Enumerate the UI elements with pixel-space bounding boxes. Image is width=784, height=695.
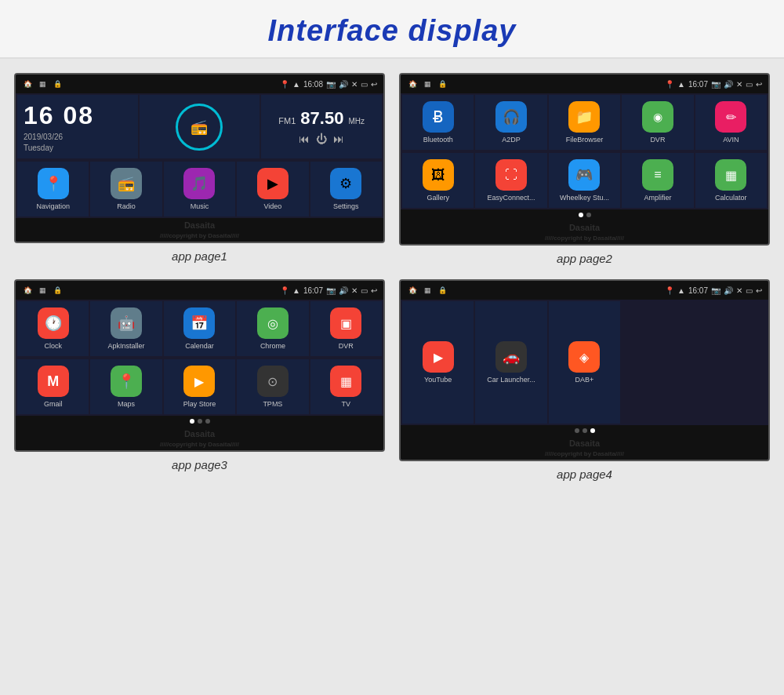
app-navigation[interactable]: 📍 Navigation — [17, 162, 89, 217]
status-bar-3: 🏠 ▦ 🔒 📍 ▲ 16:07 📷 🔊 ✕ ▭ ↩ — [16, 281, 383, 300]
app-gallery[interactable]: 🖼 Gallery — [402, 153, 474, 208]
screen-icon-3: ▭ — [361, 286, 368, 295]
empty-slot-2 — [695, 301, 767, 424]
app-dvr2[interactable]: ▣ DVR — [310, 301, 382, 356]
screen-icon: ▭ — [361, 80, 368, 89]
page4-dots — [401, 425, 768, 436]
app-chrome[interactable]: ◎ Chrome — [237, 301, 308, 356]
bluetooth-icon: Ƀ — [423, 101, 454, 133]
app-avin[interactable]: ✏ AVIN — [695, 95, 767, 150]
app-tv[interactable]: ▦ TV — [310, 359, 382, 414]
tv-label: TV — [342, 400, 351, 408]
android-screen-2: 🏠 ▦ 🔒 📍 ▲ 16:07 📷 🔊 ✕ ▭ ↩ — [399, 73, 770, 246]
menu-icon: ▦ — [37, 78, 48, 89]
location-icon: 📍 — [280, 80, 289, 89]
status-right-info-2: 📍 ▲ 16:07 📷 🔊 ✕ ▭ ↩ — [665, 80, 762, 89]
android-screen-3: 🏠 ▦ 🔒 📍 ▲ 16:07 📷 🔊 ✕ ▭ ↩ — [14, 279, 385, 452]
page-wrapper: Interface display 🏠 ▦ 🔒 📍 ▲ 16:08 — [0, 0, 784, 489]
screen1-content: 16 08 2019/03/26 Tuesday 📻 — [16, 93, 383, 242]
watermark-2: Dasaita/////copyright by Dasaita///// — [401, 220, 768, 244]
menu-icon-4: ▦ — [422, 285, 433, 296]
app-tpms[interactable]: ⊙ TPMS — [237, 359, 308, 414]
location-icon-2: 📍 — [665, 80, 674, 89]
back-icon-4[interactable]: ↩ — [756, 286, 762, 295]
easyconnect-icon: ⛶ — [495, 159, 527, 191]
gmail-label: Gmail — [44, 400, 63, 408]
app-dab[interactable]: ◈ DAB+ — [549, 301, 620, 424]
app-playstore[interactable]: ▶ Play Store — [164, 359, 235, 414]
app-video[interactable]: ▶ Video — [237, 162, 308, 217]
app-carlauncher[interactable]: 🚗 Car Launcher... — [475, 301, 546, 424]
app-dvr[interactable]: ◉ DVR — [622, 95, 693, 150]
volume-icon-3: 🔊 — [339, 286, 348, 295]
app-wheelkey[interactable]: 🎮 Wheelkey Stu... — [549, 153, 620, 208]
prev-prev-button[interactable]: ⏮ — [299, 133, 310, 145]
app-bluetooth[interactable]: Ƀ Bluetooth — [402, 95, 474, 150]
camera-icon-3: 📷 — [326, 286, 336, 295]
gmail-icon: M — [38, 366, 69, 397]
power-button[interactable]: ⏻ — [316, 133, 327, 145]
home-icon[interactable]: 🏠 — [22, 78, 33, 89]
music-icon: 🎵 — [183, 168, 215, 199]
screen1-label: app page1 — [172, 249, 227, 263]
lock-icon: 🔒 — [52, 78, 63, 89]
screens-grid: 🏠 ▦ 🔒 📍 ▲ 16:08 📷 🔊 ✕ ▭ ↩ — [0, 59, 784, 489]
dvr-icon: ◉ — [642, 101, 673, 133]
app-clock[interactable]: 🕐 Clock — [17, 301, 89, 356]
app-apkinstaller[interactable]: 🤖 ApkInstaller — [90, 301, 162, 356]
volume-icon-2: 🔊 — [724, 80, 733, 89]
screen2-label: app page2 — [557, 252, 612, 265]
current-date: 2019/03/26 — [24, 133, 132, 141]
a2dp-label: A2DP — [502, 136, 521, 144]
app-calendar[interactable]: 📅 Calendar — [164, 301, 235, 356]
app-amplifier[interactable]: ≡ Amplifier — [622, 153, 693, 208]
dvr2-label: DVR — [339, 342, 354, 350]
home-icon-4[interactable]: 🏠 — [407, 285, 418, 296]
status-right-info-4: 📍 ▲ 16:07 📷 🔊 ✕ ▭ ↩ — [665, 286, 762, 295]
back-icon-3[interactable]: ↩ — [371, 286, 377, 295]
back-icon[interactable]: ↩ — [371, 80, 377, 89]
status-left-icons-4: 🏠 ▦ 🔒 — [407, 285, 448, 296]
dab-icon: ◈ — [568, 341, 600, 373]
app-filebrowser[interactable]: 📁 FileBrowser — [549, 95, 620, 150]
app-easyconnect[interactable]: ⛶ EasyConnect... — [475, 153, 546, 208]
radio-label: Radio — [117, 202, 136, 210]
home-icon-3[interactable]: 🏠 — [22, 285, 33, 296]
screen-icon-2: ▭ — [746, 80, 753, 89]
status-time-3: 16:07 — [303, 286, 323, 295]
app-radio[interactable]: 📻 Radio — [90, 162, 162, 217]
video-icon: ▶ — [257, 168, 289, 199]
next-next-button[interactable]: ⏭ — [333, 133, 344, 145]
app-youtube[interactable]: ▶ YouTube — [402, 301, 474, 424]
page1-apps: 📍 Navigation 📻 Radio 🎵 Music — [16, 160, 383, 218]
page1-top: 16 08 2019/03/26 Tuesday 📻 — [16, 93, 383, 160]
a2dp-icon: 🎧 — [495, 101, 527, 133]
close-icon-3: ✕ — [351, 286, 358, 295]
youtube-icon: ▶ — [423, 341, 454, 373]
home-icon-2[interactable]: 🏠 — [407, 78, 418, 89]
app-gmail[interactable]: M Gmail — [17, 359, 89, 414]
video-label: Video — [263, 202, 281, 210]
app-a2dp[interactable]: 🎧 A2DP — [475, 95, 546, 150]
screen3-content: 🕐 Clock 🤖 ApkInstaller 📅 Calendar ◎ — [16, 300, 383, 450]
status-right-info-3: 📍 ▲ 16:07 📷 🔊 ✕ ▭ ↩ — [280, 286, 377, 295]
clock-icon: 🕐 — [38, 307, 69, 339]
current-time: 16 08 — [24, 101, 132, 130]
status-bar-4: 🏠 ▦ 🔒 📍 ▲ 16:07 📷 🔊 ✕ ▭ ↩ — [401, 281, 768, 300]
volume-icon-4: 🔊 — [724, 286, 733, 295]
calculator-label: Calculator — [715, 194, 747, 202]
status-time: 16:08 — [303, 80, 323, 89]
filebrowser-icon: 📁 — [568, 101, 600, 133]
avin-icon: ✏ — [715, 101, 746, 133]
app-settings[interactable]: ⚙ Settings — [310, 162, 382, 217]
fm-frequency: 87.50 — [300, 108, 343, 129]
tv-icon: ▦ — [330, 366, 361, 397]
page3-row2: M Gmail 📍 Maps ▶ Play Store ⊙ — [16, 358, 383, 416]
app-maps[interactable]: 📍 Maps — [90, 359, 162, 414]
app-calculator[interactable]: ▦ Calculator — [695, 153, 767, 208]
settings-icon: ⚙ — [330, 168, 361, 199]
app-music[interactable]: 🎵 Music — [164, 162, 235, 217]
wheelkey-label: Wheelkey Stu... — [560, 194, 609, 202]
back-icon-2[interactable]: ↩ — [756, 80, 762, 89]
status-left-icons: 🏠 ▦ 🔒 — [22, 78, 63, 89]
